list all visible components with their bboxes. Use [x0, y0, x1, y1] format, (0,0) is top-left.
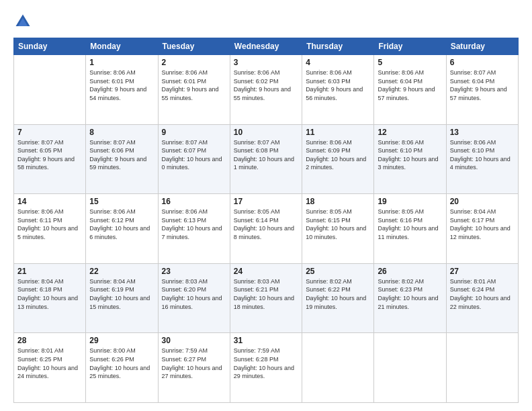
logo — [13, 12, 35, 31]
day-number: 30 — [162, 336, 226, 345]
calendar-cell: 9Sunrise: 8:07 AM Sunset: 6:07 PM Daylig… — [158, 124, 230, 194]
calendar-cell: 4Sunrise: 8:06 AM Sunset: 6:03 PM Daylig… — [302, 55, 374, 125]
calendar-cell — [374, 333, 446, 403]
calendar-cell: 8Sunrise: 8:07 AM Sunset: 6:06 PM Daylig… — [86, 124, 158, 194]
day-number: 24 — [234, 267, 298, 276]
calendar-cell: 5Sunrise: 8:06 AM Sunset: 6:04 PM Daylig… — [374, 55, 446, 125]
calendar-cell: 1Sunrise: 8:06 AM Sunset: 6:01 PM Daylig… — [86, 55, 158, 125]
day-info: Sunrise: 8:06 AM Sunset: 6:04 PM Dayligh… — [378, 68, 442, 102]
day-info: Sunrise: 8:05 AM Sunset: 6:14 PM Dayligh… — [234, 208, 298, 241]
day-info: Sunrise: 8:01 AM Sunset: 6:24 PM Dayligh… — [450, 277, 515, 311]
calendar-week-row: 7Sunrise: 8:07 AM Sunset: 6:05 PM Daylig… — [14, 124, 519, 194]
calendar-week-row: 28Sunrise: 8:01 AM Sunset: 6:25 PM Dayli… — [14, 333, 519, 403]
weekday-header: Monday — [86, 38, 158, 55]
day-number: 7 — [17, 128, 82, 137]
calendar-cell: 2Sunrise: 8:06 AM Sunset: 6:01 PM Daylig… — [158, 55, 230, 125]
day-info: Sunrise: 8:07 AM Sunset: 6:06 PM Dayligh… — [89, 138, 154, 172]
calendar-cell — [14, 55, 86, 125]
day-number: 29 — [89, 336, 154, 345]
day-info: Sunrise: 8:07 AM Sunset: 6:04 PM Dayligh… — [450, 68, 515, 102]
day-info: Sunrise: 8:04 AM Sunset: 6:17 PM Dayligh… — [450, 208, 515, 241]
calendar-cell: 26Sunrise: 8:02 AM Sunset: 6:23 PM Dayli… — [374, 263, 446, 333]
day-number: 15 — [89, 197, 154, 206]
day-info: Sunrise: 8:04 AM Sunset: 6:19 PM Dayligh… — [89, 277, 154, 311]
calendar-cell — [446, 333, 518, 403]
calendar-cell: 6Sunrise: 8:07 AM Sunset: 6:04 PM Daylig… — [446, 55, 518, 125]
calendar-body: 1Sunrise: 8:06 AM Sunset: 6:01 PM Daylig… — [14, 55, 519, 403]
day-number: 4 — [306, 58, 370, 67]
day-info: Sunrise: 8:06 AM Sunset: 6:09 PM Dayligh… — [306, 138, 370, 172]
day-info: Sunrise: 8:06 AM Sunset: 6:11 PM Dayligh… — [17, 208, 82, 241]
day-number: 17 — [234, 197, 298, 206]
page: SundayMondayTuesdayWednesdayThursdayFrid… — [0, 0, 532, 411]
weekday-header: Friday — [374, 38, 446, 55]
calendar-cell: 11Sunrise: 8:06 AM Sunset: 6:09 PM Dayli… — [302, 124, 374, 194]
day-info: Sunrise: 8:07 AM Sunset: 6:07 PM Dayligh… — [162, 138, 226, 172]
day-number: 18 — [306, 197, 370, 206]
day-info: Sunrise: 8:07 AM Sunset: 6:08 PM Dayligh… — [234, 138, 298, 172]
weekday-header: Wednesday — [230, 38, 302, 55]
day-number: 3 — [234, 58, 298, 67]
day-number: 28 — [17, 336, 82, 345]
day-number: 11 — [306, 128, 370, 137]
calendar-header: SundayMondayTuesdayWednesdayThursdayFrid… — [14, 38, 519, 55]
day-number: 20 — [450, 197, 515, 206]
day-number: 21 — [17, 267, 82, 276]
weekday-row: SundayMondayTuesdayWednesdayThursdayFrid… — [14, 38, 519, 55]
calendar-cell: 19Sunrise: 8:05 AM Sunset: 6:16 PM Dayli… — [374, 194, 446, 264]
day-info: Sunrise: 8:06 AM Sunset: 6:12 PM Dayligh… — [89, 208, 154, 241]
calendar-week-row: 14Sunrise: 8:06 AM Sunset: 6:11 PM Dayli… — [14, 194, 519, 264]
calendar-cell: 23Sunrise: 8:03 AM Sunset: 6:20 PM Dayli… — [158, 263, 230, 333]
calendar-cell: 31Sunrise: 7:59 AM Sunset: 6:28 PM Dayli… — [230, 333, 302, 403]
calendar-cell: 10Sunrise: 8:07 AM Sunset: 6:08 PM Dayli… — [230, 124, 302, 194]
logo-icon — [13, 12, 32, 31]
calendar-cell: 25Sunrise: 8:02 AM Sunset: 6:22 PM Dayli… — [302, 263, 374, 333]
calendar-cell: 13Sunrise: 8:06 AM Sunset: 6:10 PM Dayli… — [446, 124, 518, 194]
day-number: 12 — [378, 128, 442, 137]
calendar-cell: 28Sunrise: 8:01 AM Sunset: 6:25 PM Dayli… — [14, 333, 86, 403]
day-info: Sunrise: 8:01 AM Sunset: 6:25 PM Dayligh… — [17, 347, 82, 380]
calendar: SundayMondayTuesdayWednesdayThursdayFrid… — [13, 38, 519, 403]
day-number: 27 — [450, 267, 515, 276]
day-info: Sunrise: 8:06 AM Sunset: 6:10 PM Dayligh… — [378, 138, 442, 172]
day-info: Sunrise: 8:03 AM Sunset: 6:20 PM Dayligh… — [162, 277, 226, 311]
calendar-week-row: 1Sunrise: 8:06 AM Sunset: 6:01 PM Daylig… — [14, 55, 519, 125]
calendar-cell: 15Sunrise: 8:06 AM Sunset: 6:12 PM Dayli… — [86, 194, 158, 264]
day-info: Sunrise: 8:00 AM Sunset: 6:26 PM Dayligh… — [89, 347, 154, 380]
day-info: Sunrise: 8:02 AM Sunset: 6:23 PM Dayligh… — [378, 277, 442, 311]
day-info: Sunrise: 8:05 AM Sunset: 6:16 PM Dayligh… — [378, 208, 442, 241]
day-number: 26 — [378, 267, 442, 276]
day-info: Sunrise: 8:06 AM Sunset: 6:13 PM Dayligh… — [162, 208, 226, 241]
calendar-cell: 20Sunrise: 8:04 AM Sunset: 6:17 PM Dayli… — [446, 194, 518, 264]
day-number: 5 — [378, 58, 442, 67]
day-number: 23 — [162, 267, 226, 276]
day-number: 8 — [89, 128, 154, 137]
calendar-week-row: 21Sunrise: 8:04 AM Sunset: 6:18 PM Dayli… — [14, 263, 519, 333]
calendar-cell: 29Sunrise: 8:00 AM Sunset: 6:26 PM Dayli… — [86, 333, 158, 403]
day-number: 19 — [378, 197, 442, 206]
calendar-cell: 17Sunrise: 8:05 AM Sunset: 6:14 PM Dayli… — [230, 194, 302, 264]
calendar-cell: 30Sunrise: 7:59 AM Sunset: 6:27 PM Dayli… — [158, 333, 230, 403]
weekday-header: Sunday — [14, 38, 86, 55]
day-info: Sunrise: 8:06 AM Sunset: 6:01 PM Dayligh… — [162, 68, 226, 102]
day-number: 2 — [162, 58, 226, 67]
weekday-header: Saturday — [446, 38, 518, 55]
day-number: 10 — [234, 128, 298, 137]
calendar-cell: 27Sunrise: 8:01 AM Sunset: 6:24 PM Dayli… — [446, 263, 518, 333]
calendar-cell: 18Sunrise: 8:05 AM Sunset: 6:15 PM Dayli… — [302, 194, 374, 264]
calendar-cell: 24Sunrise: 8:03 AM Sunset: 6:21 PM Dayli… — [230, 263, 302, 333]
day-number: 14 — [17, 197, 82, 206]
day-info: Sunrise: 8:05 AM Sunset: 6:15 PM Dayligh… — [306, 208, 370, 241]
day-number: 22 — [89, 267, 154, 276]
day-info: Sunrise: 7:59 AM Sunset: 6:27 PM Dayligh… — [162, 347, 226, 380]
calendar-cell: 21Sunrise: 8:04 AM Sunset: 6:18 PM Dayli… — [14, 263, 86, 333]
weekday-header: Thursday — [302, 38, 374, 55]
day-info: Sunrise: 8:06 AM Sunset: 6:01 PM Dayligh… — [89, 68, 154, 102]
day-info: Sunrise: 7:59 AM Sunset: 6:28 PM Dayligh… — [234, 347, 298, 380]
day-number: 16 — [162, 197, 226, 206]
day-number: 1 — [89, 58, 154, 67]
day-number: 31 — [234, 336, 298, 345]
day-number: 13 — [450, 128, 515, 137]
day-info: Sunrise: 8:06 AM Sunset: 6:02 PM Dayligh… — [234, 68, 298, 102]
calendar-cell: 14Sunrise: 8:06 AM Sunset: 6:11 PM Dayli… — [14, 194, 86, 264]
